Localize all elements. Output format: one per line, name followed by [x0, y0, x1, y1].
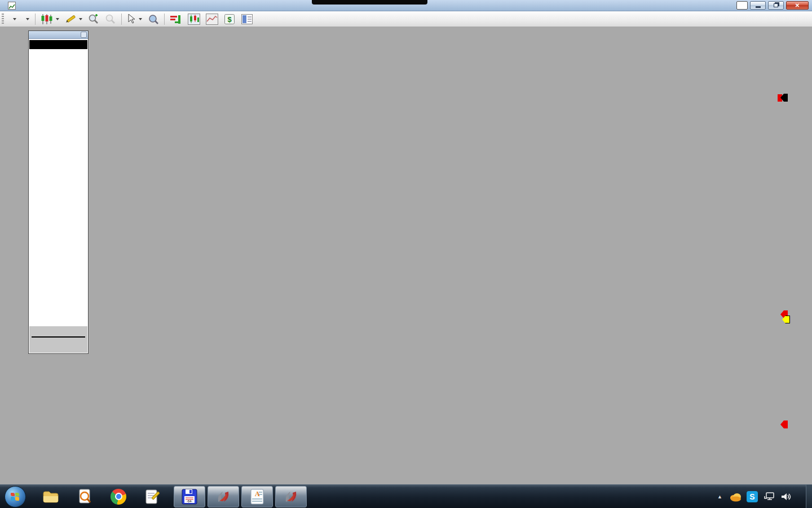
cursor-icon	[127, 14, 136, 25]
ninjatrader-icon	[215, 488, 232, 505]
close-button[interactable]: ✕	[786, 1, 809, 10]
network-tray-icon[interactable]	[763, 491, 775, 503]
chart-window-icon	[188, 14, 200, 25]
windows-logo-icon	[11, 493, 20, 501]
toolbar-separator	[35, 14, 36, 25]
cursor-tool-button[interactable]	[125, 12, 144, 26]
chevron-down-icon	[139, 18, 142, 20]
hidden-window-notch	[312, 0, 427, 5]
chart-canvas[interactable]	[0, 0, 812, 484]
line-chart-button[interactable]	[204, 12, 220, 26]
report-button[interactable]	[239, 12, 255, 26]
taskbar-app-document[interactable]: A	[241, 486, 273, 507]
document-a-icon: A	[249, 488, 265, 505]
panel-footer-line	[32, 336, 85, 338]
chart-style-button[interactable]	[38, 12, 61, 26]
line-chart-icon	[206, 14, 218, 25]
zoom-in-icon	[88, 14, 99, 25]
kptrend2-yellow-value	[785, 316, 790, 323]
pencil-icon	[65, 14, 76, 25]
chart-window-button[interactable]	[186, 12, 202, 26]
restore-button[interactable]	[768, 1, 784, 10]
restore-icon	[774, 3, 778, 7]
kpwayne3d-panel[interactable]	[28, 30, 89, 354]
candlestick-icon	[41, 14, 53, 25]
show-desktop-button[interactable]	[806, 485, 812, 508]
panel-footer	[29, 326, 87, 353]
chevron-down-icon	[13, 18, 16, 20]
minimize-button[interactable]	[750, 1, 766, 10]
indicator-header	[29, 40, 87, 49]
svg-text:A: A	[255, 490, 260, 498]
volume-tray-icon[interactable]	[780, 491, 792, 503]
taskbar-notepad-button[interactable]	[141, 485, 164, 508]
magnifier-icon	[148, 14, 159, 25]
bars-icon	[170, 14, 182, 25]
taskbar-search-button[interactable]	[73, 485, 96, 508]
chevron-down-icon	[26, 18, 29, 20]
current-price-label	[784, 94, 788, 102]
zoom-out-icon	[105, 14, 116, 25]
toolbar-separator	[121, 14, 122, 25]
taskbar-app-ninjatrader-1[interactable]	[208, 486, 239, 507]
tray-expand-icon[interactable]: ▲	[717, 494, 722, 500]
taskbar-explorer-button[interactable]	[39, 485, 62, 508]
zoom-out-button[interactable]	[103, 12, 118, 26]
notepad-icon	[144, 489, 160, 505]
report-icon	[241, 14, 253, 25]
kpwayne3d-panel-titlebar[interactable]	[29, 31, 88, 39]
svg-text:-64-: -64-	[187, 500, 193, 503]
market-analyzer-button[interactable]	[167, 12, 184, 26]
desktop: ✕	[0, 0, 812, 508]
close-icon[interactable]	[81, 32, 87, 38]
taskbar-app-ninjatrader-2[interactable]	[275, 486, 307, 507]
ninjatrader-icon	[283, 488, 299, 505]
taskbar: -64- A	[0, 484, 812, 508]
taskbar-app-floppy[interactable]: -64-	[174, 486, 205, 507]
start-button[interactable]	[5, 486, 26, 507]
weather-tray-icon[interactable]	[729, 491, 742, 503]
folder-icon	[42, 489, 59, 504]
link-button[interactable]	[736, 1, 748, 10]
period-dropdown[interactable]	[20, 16, 33, 22]
chrome-icon	[111, 489, 126, 505]
toolbar-separator	[164, 14, 165, 25]
chevron-down-icon	[56, 18, 59, 20]
toolbar-grip[interactable]	[2, 14, 4, 25]
search-document-icon	[77, 489, 92, 505]
chart-toolbar: $	[0, 11, 812, 27]
region-zoom-button[interactable]	[145, 12, 161, 26]
zoom-in-button[interactable]	[86, 12, 102, 26]
chart-app-icon	[8, 2, 16, 10]
svg-text:$: $	[227, 15, 232, 24]
taskbar-chrome-button[interactable]	[107, 485, 130, 508]
minimize-icon	[756, 6, 761, 8]
dollar-icon: $	[224, 14, 235, 25]
chevron-down-icon	[79, 18, 82, 20]
floppy-disk-icon: -64-	[181, 488, 198, 505]
instrument-dropdown[interactable]	[7, 16, 20, 22]
account-button[interactable]: $	[222, 12, 237, 26]
draw-tool-button[interactable]	[63, 12, 85, 26]
skype-tray-icon[interactable]: S	[746, 491, 758, 503]
kpwayne3d-value	[784, 421, 788, 428]
